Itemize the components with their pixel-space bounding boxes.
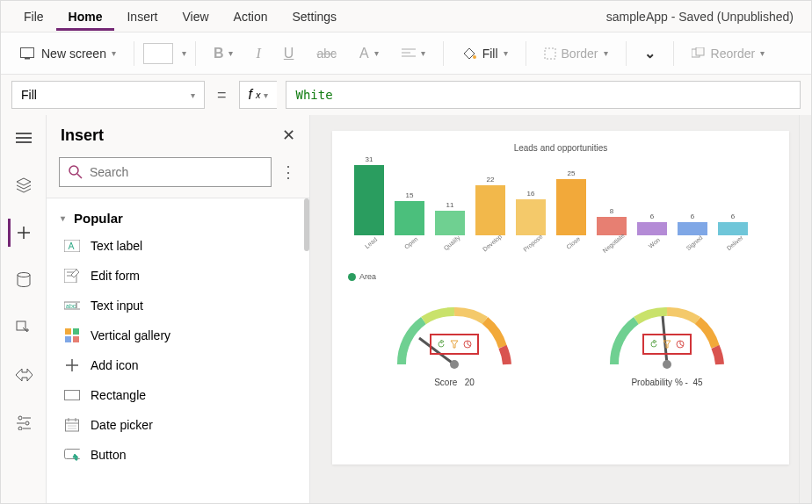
ribbon: New screen ▾ ▾ B▾ I U abc A▾ ▾ Fill ▾ Bo… bbox=[1, 32, 811, 75]
pie-icon[interactable] bbox=[463, 340, 472, 349]
more-options-button[interactable]: ⋮ bbox=[280, 162, 297, 182]
insert-button[interactable]: Button bbox=[47, 440, 309, 470]
align-icon bbox=[402, 48, 416, 59]
item-label: Add icon bbox=[91, 358, 138, 372]
svg-point-14 bbox=[18, 273, 30, 277]
close-icon[interactable]: ✕ bbox=[282, 126, 295, 145]
bar-column: 11Qualify bbox=[432, 201, 468, 256]
item-label: Button bbox=[91, 448, 126, 462]
search-field[interactable] bbox=[90, 165, 262, 179]
gauge-label: Score bbox=[434, 378, 457, 387]
screen-preview[interactable]: Leads and opportunities 31Lead15Open11Qu… bbox=[332, 131, 789, 464]
filter-icon[interactable] bbox=[663, 340, 671, 349]
refresh-icon[interactable] bbox=[437, 340, 446, 349]
svg-point-22 bbox=[69, 166, 78, 175]
new-screen-label: New screen bbox=[41, 47, 106, 61]
formula-bar: Fill ▾ = fx▾ White bbox=[1, 75, 811, 115]
refresh-icon[interactable] bbox=[649, 340, 658, 349]
settings-button[interactable] bbox=[10, 408, 38, 436]
chevron-down-icon: ▾ bbox=[112, 48, 116, 58]
menu-home[interactable]: Home bbox=[56, 3, 115, 31]
flows-button[interactable] bbox=[10, 361, 38, 389]
chevron-down-icon: ▾ bbox=[61, 213, 65, 223]
font-color-button[interactable]: A▾ bbox=[351, 40, 388, 67]
left-rail bbox=[1, 115, 47, 504]
scrollbar[interactable] bbox=[304, 198, 309, 251]
svg-point-20 bbox=[18, 427, 22, 430]
bar-column: 6Deliver bbox=[715, 212, 750, 256]
insert-vertical-gallery[interactable]: Vertical gallery bbox=[47, 320, 309, 350]
app-title: sampleApp - Saved (Unpublished) bbox=[606, 10, 801, 24]
fx-button[interactable]: fx▾ bbox=[239, 81, 278, 109]
svg-rect-31 bbox=[65, 328, 71, 335]
svg-point-46 bbox=[450, 360, 459, 369]
filter-icon[interactable] bbox=[450, 340, 459, 349]
chart-title: Leads and opportunities bbox=[348, 143, 773, 153]
svg-point-49 bbox=[663, 360, 671, 369]
item-label: Date picker bbox=[91, 418, 153, 432]
layers-button[interactable] bbox=[10, 171, 38, 199]
rectangle-icon bbox=[64, 387, 80, 403]
bar-column: 16Propose bbox=[513, 190, 548, 256]
insert-button[interactable] bbox=[8, 219, 36, 247]
paint-bucket-icon bbox=[461, 47, 477, 61]
fill-button[interactable]: Fill ▾ bbox=[453, 41, 517, 66]
bold-button[interactable]: B▾ bbox=[205, 40, 243, 67]
border-label: Border bbox=[562, 47, 598, 61]
insert-date-picker[interactable]: Date picker bbox=[47, 410, 309, 440]
reorder-button[interactable]: Reorder ▾ bbox=[683, 41, 774, 66]
menu-action[interactable]: Action bbox=[221, 3, 280, 31]
strikethrough-button[interactable]: abc bbox=[308, 41, 345, 66]
score-gauge: Score 20 bbox=[366, 299, 542, 387]
expand-button[interactable]: ⌄ bbox=[635, 40, 664, 67]
insert-add-icon[interactable]: Add icon bbox=[47, 350, 309, 380]
canvas-scrollbar[interactable] bbox=[799, 115, 811, 504]
formula-input[interactable]: White bbox=[286, 81, 801, 109]
pie-icon[interactable] bbox=[676, 340, 685, 349]
probability-gauge: Probability % - 45 bbox=[579, 299, 755, 387]
svg-text:abc: abc bbox=[66, 303, 76, 309]
search-input[interactable] bbox=[59, 157, 272, 187]
svg-rect-1 bbox=[25, 58, 30, 60]
underline-button[interactable]: U bbox=[275, 40, 303, 67]
chevron-down-icon: ▾ bbox=[191, 90, 195, 100]
theme-color-swatch[interactable] bbox=[143, 43, 173, 64]
property-selector[interactable]: Fill ▾ bbox=[11, 81, 205, 109]
menu-view[interactable]: View bbox=[170, 3, 221, 31]
group-popular[interactable]: ▾ Popular bbox=[47, 205, 309, 231]
insert-panel: Insert ✕ ⋮ ▾ Popular Text label Edit for… bbox=[47, 115, 310, 504]
item-label: Rectangle bbox=[91, 388, 146, 402]
insert-edit-form[interactable]: Edit form bbox=[47, 261, 309, 291]
new-screen-button[interactable]: New screen ▾ bbox=[11, 41, 125, 66]
gauge-value: 20 bbox=[465, 378, 475, 387]
fill-label: Fill bbox=[482, 47, 498, 61]
svg-point-5 bbox=[473, 55, 476, 59]
svg-point-16 bbox=[18, 416, 22, 420]
vertical-gallery-icon bbox=[64, 328, 80, 343]
menu-settings[interactable]: Settings bbox=[280, 3, 350, 31]
svg-rect-33 bbox=[65, 336, 71, 342]
insert-text-input[interactable]: abc Text input bbox=[47, 291, 309, 320]
menu-file[interactable]: File bbox=[11, 3, 56, 31]
gauge-actions-highlight bbox=[430, 334, 479, 355]
media-button[interactable] bbox=[10, 313, 38, 342]
bar-column: 22Develop bbox=[473, 176, 508, 256]
italic-button[interactable]: I bbox=[247, 40, 269, 67]
search-icon bbox=[69, 165, 83, 179]
insert-rectangle[interactable]: Rectangle bbox=[47, 380, 309, 410]
insert-text-label[interactable]: Text label bbox=[47, 231, 309, 261]
bar-column: 8Negotiate bbox=[594, 207, 629, 256]
border-icon bbox=[544, 47, 556, 60]
canvas-area[interactable]: Leads and opportunities 31Lead15Open11Qu… bbox=[310, 115, 811, 504]
menu-insert[interactable]: Insert bbox=[114, 3, 170, 31]
border-button[interactable]: Border ▾ bbox=[535, 41, 617, 66]
button-icon bbox=[64, 447, 80, 463]
chevron-down-icon[interactable]: ▾ bbox=[182, 48, 186, 58]
tree-view-button[interactable] bbox=[10, 124, 38, 152]
item-label: Vertical gallery bbox=[91, 328, 170, 342]
gauge-value: 45 bbox=[692, 378, 702, 387]
menu-bar: File Home Insert View Action Settings sa… bbox=[1, 1, 811, 32]
group-label: Popular bbox=[74, 211, 123, 226]
data-button[interactable] bbox=[10, 266, 38, 294]
align-button[interactable]: ▾ bbox=[393, 43, 434, 64]
